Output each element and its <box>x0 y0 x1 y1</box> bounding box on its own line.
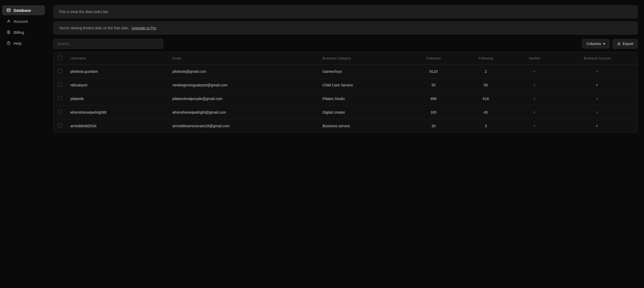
export-icon <box>617 42 621 46</box>
verified-indicator: × <box>533 69 536 74</box>
columns-label: Columns <box>586 42 601 46</box>
business-account-indicator: × <box>596 96 598 101</box>
business-account-indicator: ✓ <box>595 83 599 87</box>
export-button[interactable]: Export <box>613 39 638 49</box>
select-all-checkbox[interactable] <box>58 56 62 60</box>
main-content: This is what the data looks like You're … <box>47 0 644 288</box>
verified-indicator: × <box>533 110 536 114</box>
cell-business-account: × <box>557 106 637 119</box>
row-checkbox-1[interactable] <box>58 82 62 87</box>
cell-username: pilatesfe <box>66 92 168 106</box>
row-checkbox-cell <box>54 106 66 119</box>
cell-email: whensheswipedright@gmail.com <box>168 106 318 119</box>
sidebar: Database Account Billing Help <box>0 0 47 288</box>
row-checkbox-0[interactable] <box>58 69 62 73</box>
row-checkbox-3[interactable] <box>58 110 62 114</box>
toolbar: Columns ▾ Export <box>53 39 638 49</box>
table-row: whensheswipedrightttt whensheswipedright… <box>54 106 637 119</box>
cell-followers: 55 <box>407 78 460 92</box>
sidebar-item-account-label: Account <box>14 19 28 24</box>
chevron-down-icon: ▾ <box>603 42 605 46</box>
cell-followers: 30 <box>407 119 460 133</box>
col-header-business-category: Business Category <box>318 52 407 65</box>
columns-button[interactable]: Columns ▾ <box>582 39 609 48</box>
cell-following: 45 <box>460 106 512 119</box>
cell-email: pilotexia@gmail.com <box>168 65 318 78</box>
database-icon <box>6 8 11 13</box>
info-banner: This is what the data looks like <box>53 5 638 18</box>
upgrade-banner: You're viewing limited data on the free … <box>53 21 638 35</box>
cell-email: pilates4realpeople@gmail.com <box>168 92 318 106</box>
cell-followers: 9110 <box>407 65 460 78</box>
col-header-username: Username <box>66 52 168 65</box>
table-row: pilatesfe pilates4realpeople@gmail.com P… <box>54 92 637 106</box>
cell-following: 618 <box>460 92 512 106</box>
col-header-following: Following <box>460 52 512 65</box>
row-checkbox-cell <box>54 78 66 92</box>
export-label: Export <box>623 42 633 46</box>
svg-point-0 <box>7 9 10 10</box>
cell-business-category: Child Care Service <box>318 78 407 92</box>
cell-username: nblcairport <box>66 78 168 92</box>
business-account-indicator: × <box>596 69 598 74</box>
cell-business-account: × <box>557 92 637 106</box>
cell-business-category: Digital creator <box>318 106 407 119</box>
cell-email: armobileservicecare16@gmail.com <box>168 119 318 133</box>
sidebar-item-account[interactable]: Account <box>2 16 45 26</box>
cell-verified: × <box>512 92 557 106</box>
business-account-indicator: ✓ <box>595 124 599 128</box>
verified-indicator: × <box>533 124 536 128</box>
cell-following: 56 <box>460 78 512 92</box>
cell-business-account: ✓ <box>557 119 637 133</box>
cell-username: whensheswipedrightttt <box>66 106 168 119</box>
svg-point-4 <box>8 44 9 44</box>
cell-following: 3 <box>460 119 512 133</box>
row-checkbox-cell <box>54 92 66 106</box>
cell-email: newbeginningsairport@gmail.com <box>168 78 318 92</box>
table-row: pilotexia.gundam pilotexia@gmail.com Gam… <box>54 65 637 78</box>
sidebar-item-database-label: Database <box>14 8 31 13</box>
cell-followers: 996 <box>407 92 460 106</box>
search-input[interactable] <box>53 39 163 49</box>
cell-username: pilotexia.gundam <box>66 65 168 78</box>
row-checkbox-cell <box>54 119 66 133</box>
cell-business-category: Pilates Studio <box>318 92 407 106</box>
cell-followers: 165 <box>407 106 460 119</box>
cell-verified: × <box>512 78 557 92</box>
select-all-cell <box>54 52 66 65</box>
help-icon <box>6 41 11 46</box>
cell-verified: × <box>512 119 557 133</box>
sidebar-item-help-label: Help <box>14 41 22 46</box>
cell-username: armobiledd2024 <box>66 119 168 133</box>
cell-verified: × <box>512 65 557 78</box>
table-row: armobiledd2024 armobileservicecare16@gma… <box>54 119 637 133</box>
row-checkbox-4[interactable] <box>58 123 62 128</box>
cell-verified: × <box>512 106 557 119</box>
billing-icon <box>6 30 11 35</box>
table-row: nblcairport newbeginningsairport@gmail.c… <box>54 78 637 92</box>
cell-business-account: × <box>557 65 637 78</box>
upgrade-link[interactable]: Upgrade to Pro <box>131 26 156 30</box>
sidebar-item-help[interactable]: Help <box>2 38 45 48</box>
cell-following: 2 <box>460 65 512 78</box>
row-checkbox-2[interactable] <box>58 96 62 100</box>
sidebar-item-billing-label: Billing <box>14 30 24 35</box>
col-header-followers: Followers <box>407 52 460 65</box>
data-table: Username Email Business Category Followe… <box>53 52 638 133</box>
info-banner-text: This is what the data looks like <box>59 10 108 14</box>
verified-indicator: × <box>533 83 536 87</box>
col-header-email: Email <box>168 52 318 65</box>
cell-business-category: Business service <box>318 119 407 133</box>
upgrade-banner-text: You're viewing limited data on the free … <box>59 26 129 30</box>
col-header-business-account: Business Account <box>557 52 637 65</box>
verified-indicator: × <box>533 96 536 101</box>
svg-point-1 <box>8 20 9 21</box>
cell-business-category: Games/toys <box>318 65 407 78</box>
sidebar-item-billing[interactable]: Billing <box>2 27 45 37</box>
sidebar-item-database[interactable]: Database <box>2 5 45 15</box>
cell-business-account: ✓ <box>557 78 637 92</box>
business-account-indicator: × <box>596 110 598 114</box>
col-header-verified: Verified <box>512 52 557 65</box>
account-icon <box>6 19 11 24</box>
row-checkbox-cell <box>54 65 66 78</box>
